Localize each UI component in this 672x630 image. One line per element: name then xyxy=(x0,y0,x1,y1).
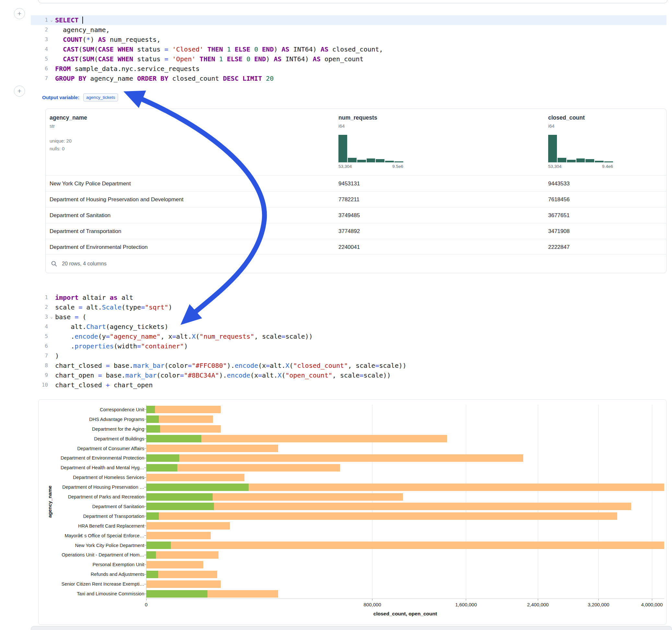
code-text: agency_name, xyxy=(55,25,667,35)
code-line[interactable]: 6 .properties(width="container") xyxy=(31,341,667,351)
histogram-bar xyxy=(367,159,376,162)
code-text: SELECT xyxy=(55,15,667,25)
bar-open-5 xyxy=(146,454,179,462)
fold-arrow-icon[interactable]: ⌄ xyxy=(48,312,55,322)
table-row[interactable]: New York City Police Department945313194… xyxy=(46,175,666,191)
gridline xyxy=(466,405,466,599)
code-line[interactable]: 8chart_closed = base.mark_bar(color="#FF… xyxy=(31,361,667,370)
bar-open-9 xyxy=(146,493,213,501)
table-cell: 7618456 xyxy=(548,192,570,208)
code-line[interactable]: 10chart_closed + chart_open xyxy=(31,380,667,390)
table-row[interactable]: Department of Transportation377489234719… xyxy=(46,223,666,239)
code-line[interactable]: 5 CAST(SUM(CASE WHEN status = 'Open' THE… xyxy=(31,54,667,64)
table-cell: Department of Environmental Protection xyxy=(50,239,147,255)
table-cell: 3749485 xyxy=(338,208,360,223)
table-cell: Department of Housing Preservation and D… xyxy=(50,192,184,208)
fold-spacer xyxy=(48,44,55,54)
sql-code-editor[interactable]: 1⌄SELECT 2 agency_name,3 COUNT(*) AS num… xyxy=(31,15,667,83)
output-variable-row: Output variable: agency_tickets xyxy=(42,92,118,102)
add-cell-button-middle[interactable]: + xyxy=(14,86,25,97)
code-line[interactable]: 5 .encode(y="agency_name", x=alt.X("num_… xyxy=(31,332,667,341)
line-number: 1 xyxy=(31,15,48,25)
code-text: FROM sample_data.nyc.service_requests xyxy=(55,64,667,74)
previous-cell-outline xyxy=(38,0,668,3)
line-number: 10 xyxy=(31,380,48,390)
bar-closed-15 xyxy=(146,551,218,559)
code-text: base = ( xyxy=(55,312,667,322)
gridline xyxy=(372,405,373,599)
python-code-editor[interactable]: 1import altair as alt2scale = alt.Scale(… xyxy=(31,293,667,390)
y-axis-label: Taxi and Limousine Commission xyxy=(43,591,144,597)
column-header-agency_name[interactable]: agency_namestrunique: 20nulls: 0 xyxy=(50,109,87,153)
table-cell: 7782211 xyxy=(338,192,360,208)
bar-closed-10 xyxy=(146,503,631,510)
fold-spacer xyxy=(48,64,55,74)
y-axis-label: Senior Citizen Rent Increase Exempti… xyxy=(43,581,144,587)
histogram-max: 9.4e6 xyxy=(602,164,613,169)
column-type: str xyxy=(50,123,87,129)
table-footer: 20 rows, 4 columns xyxy=(46,254,666,273)
code-text: COUNT(*) AS num_requests, xyxy=(55,35,667,44)
histogram-range: 53,3049.5e6 xyxy=(338,164,403,169)
fold-spacer xyxy=(48,361,55,370)
histogram-bar xyxy=(376,159,384,162)
table-cell: 3471908 xyxy=(548,223,570,239)
bar-open-11 xyxy=(146,512,159,520)
table-cell: 9453131 xyxy=(338,176,360,192)
table-cell: 2222847 xyxy=(548,239,570,255)
code-line[interactable]: 3⌄base = ( xyxy=(31,312,667,322)
fold-arrow-icon[interactable]: ⌄ xyxy=(48,15,55,25)
add-cell-button-top[interactable]: + xyxy=(14,8,25,19)
code-line[interactable]: 2 agency_name, xyxy=(31,25,667,35)
code-text: chart_closed = base.mark_bar(color="#FFC… xyxy=(55,361,667,370)
histogram-min: 53,304 xyxy=(548,164,561,169)
code-line[interactable]: 1⌄SELECT xyxy=(31,15,667,25)
y-axis-label: HRA Benefit Card Replacement xyxy=(43,523,144,529)
fold-spacer xyxy=(48,351,55,361)
y-axis-label: DHS Advantage Programs xyxy=(43,416,144,422)
code-line[interactable]: 1import altair as alt xyxy=(31,293,667,302)
line-number: 5 xyxy=(31,332,48,341)
search-icon[interactable] xyxy=(51,261,57,267)
y-axis-label: Department for the Aging xyxy=(43,426,144,432)
histogram-bar xyxy=(394,162,403,162)
histogram-bar xyxy=(595,161,604,162)
result-table-card: agency_namestrunique: 20nulls: 0num_requ… xyxy=(45,108,667,273)
code-line[interactable]: 4 alt.Chart(agency_tickets) xyxy=(31,322,667,332)
column-header-closed_count[interactable]: closed_counti6453,3049.4e6 xyxy=(548,109,585,129)
table-row[interactable]: Department of Environmental Protection22… xyxy=(46,239,666,255)
line-number: 3 xyxy=(31,312,48,322)
code-line[interactable]: 4 CAST(SUM(CASE WHEN status = 'Closed' T… xyxy=(31,44,667,54)
x-axis-title: closed_count, open_count xyxy=(357,611,454,617)
table-row[interactable]: Department of Housing Preservation and D… xyxy=(46,191,666,207)
column-type: i64 xyxy=(338,123,377,129)
code-line[interactable]: 7GROUP BY agency_name ORDER BY closed_co… xyxy=(31,74,667,83)
line-number: 6 xyxy=(31,341,48,351)
code-text: ) xyxy=(55,351,667,361)
line-number: 8 xyxy=(31,361,48,370)
code-line[interactable]: 2scale = alt.Scale(type="sqrt") xyxy=(31,302,667,312)
y-axis-label: Operations Unit - Department of Hom… xyxy=(43,552,144,558)
line-number: 7 xyxy=(31,351,48,361)
code-text: alt.Chart(agency_tickets) xyxy=(55,322,667,332)
output-variable-chip[interactable]: agency_tickets xyxy=(83,93,118,101)
bar-closed-4 xyxy=(146,445,278,452)
y-axis-label: Department of Environmental Protection xyxy=(43,455,144,461)
bar-open-3 xyxy=(146,435,201,442)
table-row[interactable]: Department of Sanitation37494853677651 xyxy=(46,207,666,223)
fold-spacer xyxy=(48,74,55,83)
code-line[interactable]: 7) xyxy=(31,351,667,361)
histogram-bar xyxy=(576,159,585,162)
code-line[interactable]: 3 COUNT(*) AS num_requests, xyxy=(31,35,667,44)
y-axis-label: New York City Police Department xyxy=(43,542,144,548)
code-line[interactable]: 9chart_open = base.mark_bar(color="#8BC3… xyxy=(31,370,667,380)
y-axis-label: Mayorâ€ s Office of Special Enforce… xyxy=(43,533,144,539)
x-axis-line xyxy=(146,599,664,599)
table-cell: 3677651 xyxy=(548,208,570,223)
code-line[interactable]: 6FROM sample_data.nyc.service_requests xyxy=(31,64,667,74)
bar-open-1 xyxy=(146,415,159,423)
column-header-num_requests[interactable]: num_requestsi6453,3049.5e6 xyxy=(338,109,377,129)
fold-spacer xyxy=(48,370,55,380)
bar-open-6 xyxy=(146,464,177,471)
line-number: 3 xyxy=(31,35,48,44)
